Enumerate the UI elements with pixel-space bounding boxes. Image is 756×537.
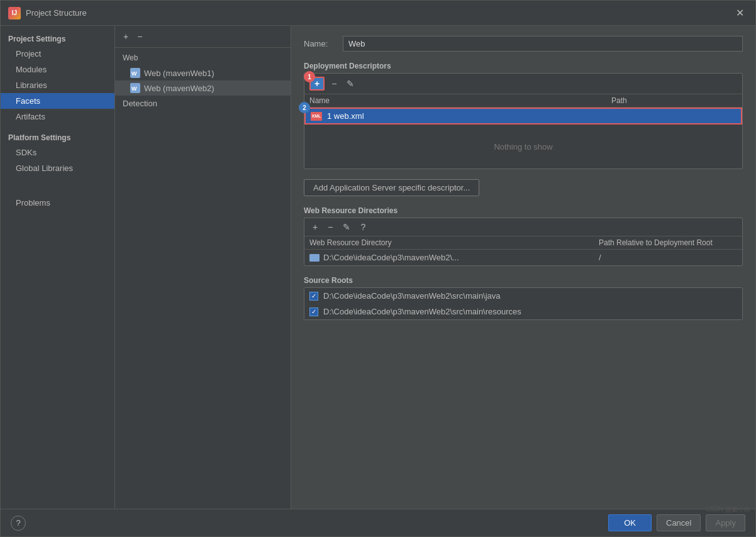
name-label: Name: (304, 39, 335, 48)
bottom-right: OK Cancel Apply (608, 514, 745, 531)
help-button[interactable]: ? (11, 516, 26, 531)
web-res-help-button[interactable]: ? (357, 221, 369, 233)
title-bar: IJ Project Structure ✕ (1, 1, 755, 26)
deployment-descriptors-section: Deployment Descriptors + 1 − ✎ Name (304, 62, 743, 169)
source-roots-box: ✓ D:\Code\ideaCode\p3\mavenWeb2\src\main… (304, 287, 743, 320)
source-label-1: D:\Code\ideaCode\p3\mavenWeb2\src\main\j… (323, 291, 501, 301)
dep-col-path: Path (611, 96, 737, 105)
dep-add-wrapper: + 1 (309, 77, 325, 91)
middle-remove-button[interactable]: − (134, 30, 145, 43)
xml-icon: XML (311, 112, 322, 121)
dep-remove-button[interactable]: − (328, 78, 340, 89)
svg-text:W: W (131, 86, 137, 92)
dep-toolbar: + 1 − ✎ (304, 74, 742, 94)
deployment-descriptors-label: Deployment Descriptors (304, 62, 743, 70)
dep-row-selected[interactable]: XML 1 web.xml (304, 108, 742, 125)
add-server-btn-row: Add Application Server specific descript… (304, 179, 743, 196)
source-row-1: ✓ D:\Code\ideaCode\p3\mavenWeb2\src\main… (304, 288, 742, 304)
project-structure-dialog: IJ Project Structure ✕ Project Settings … (0, 0, 756, 537)
web-res-remove-button[interactable]: − (325, 221, 336, 233)
web-res-add-button[interactable]: + (309, 221, 321, 233)
sidebar-item-global-libraries[interactable]: Global Libraries (1, 160, 114, 176)
name-field-row: Name: (304, 36, 743, 52)
app-icon: IJ (8, 7, 21, 19)
dep-edit-button[interactable]: ✎ (343, 78, 357, 89)
sidebar-item-libraries[interactable]: Libraries (1, 77, 114, 93)
bottom-bar: ? OK Cancel Apply (1, 509, 755, 536)
project-settings-header: Project Settings (1, 31, 114, 46)
web-resource-section: Web Resource Directories + − ✎ ? Web Res… (304, 206, 743, 266)
ok-button[interactable]: OK (608, 514, 652, 531)
right-panel: Name: Deployment Descriptors + 1 − ✎ (291, 26, 755, 509)
close-button[interactable]: ✕ (732, 6, 748, 20)
dep-table-header: Name Path (304, 94, 742, 108)
sidebar-item-facets[interactable]: Facets (1, 93, 114, 109)
sidebar-item-sdks[interactable]: SDKs (1, 145, 114, 160)
web-resource-box: + − ✎ ? Web Resource Directory Path Rela… (304, 218, 743, 266)
svg-text:W: W (131, 70, 137, 77)
tree-group-web: Web (115, 50, 291, 65)
detection-item: Detection (115, 96, 291, 111)
nothing-to-show: Nothing to show (494, 142, 552, 152)
web-icon-1: W (130, 68, 140, 78)
web-res-edit-button[interactable]: ✎ (340, 221, 353, 233)
deployment-descriptors-box: + 1 − ✎ Name Path 2 (304, 73, 743, 169)
title-bar-left: IJ Project Structure (8, 7, 87, 19)
apply-button[interactable]: Apply (706, 514, 745, 531)
dep-row-label: 1 web.xml (327, 111, 364, 121)
web-resource-label: Web Resource Directories (304, 206, 743, 215)
tree-item-mavenweb2[interactable]: W Web (mavenWeb2) (115, 80, 291, 96)
web-res-dir-col: Web Resource Directory (309, 238, 599, 247)
sidebar-item-artifacts[interactable]: Artifacts (1, 109, 114, 125)
name-input[interactable] (343, 36, 743, 52)
badge-2: 2 (299, 102, 310, 113)
middle-panel: + − Web W Web (mavenWeb1) W W (115, 26, 291, 509)
bottom-left: ? (11, 516, 26, 531)
web-res-dir-value: D:\Code\ideaCode\p3\mavenWeb2\... (323, 253, 595, 262)
source-roots-label: Source Roots (304, 276, 743, 285)
source-label-2: D:\Code\ideaCode\p3\mavenWeb2\src\main\r… (323, 307, 521, 316)
web-res-data-row: D:\Code\ideaCode\p3\mavenWeb2\... / (304, 250, 742, 265)
platform-settings-header: Platform Settings (1, 130, 114, 145)
middle-add-button[interactable]: + (120, 30, 131, 43)
web-res-path-col: Path Relative to Deployment Root (599, 238, 737, 247)
web-icon-2: W (130, 83, 140, 93)
main-content: Project Settings Project Modules Librari… (1, 26, 755, 509)
cancel-button[interactable]: Cancel (657, 514, 701, 531)
checkbox-2[interactable]: ✓ (309, 307, 318, 316)
badge-1: 1 (304, 71, 315, 82)
checkbox-1[interactable]: ✓ (309, 292, 318, 301)
middle-tree: Web W Web (mavenWeb1) W Web (mavenWeb2) … (115, 48, 291, 509)
add-server-button[interactable]: Add Application Server specific descript… (304, 179, 479, 196)
web-res-header: Web Resource Directory Path Relative to … (304, 236, 742, 250)
sidebar-item-project[interactable]: Project (1, 46, 114, 62)
source-roots-section: Source Roots ✓ D:\Code\ideaCode\p3\maven… (304, 276, 743, 320)
watermark: CSDN @极小白 (706, 505, 750, 514)
checkmark-1: ✓ (311, 292, 316, 299)
middle-toolbar: + − (115, 26, 291, 48)
folder-icon (309, 254, 320, 262)
sidebar: Project Settings Project Modules Librari… (1, 26, 115, 509)
nothing-to-show-area: Nothing to show (304, 125, 742, 169)
web-res-toolbar: + − ✎ ? (304, 218, 742, 236)
sidebar-item-problems[interactable]: Problems (1, 195, 114, 211)
dep-row-wrapper: 2 XML 1 web.xml (304, 108, 742, 125)
tree-item-mavenweb1[interactable]: W Web (mavenWeb1) (115, 65, 291, 80)
checkmark-2: ✓ (311, 308, 316, 315)
dep-col-name: Name (309, 96, 611, 105)
sidebar-item-modules[interactable]: Modules (1, 62, 114, 77)
dialog-title: Project Structure (26, 8, 87, 18)
web-res-path-value: / (599, 253, 737, 262)
source-row-2: ✓ D:\Code\ideaCode\p3\mavenWeb2\src\main… (304, 304, 742, 319)
